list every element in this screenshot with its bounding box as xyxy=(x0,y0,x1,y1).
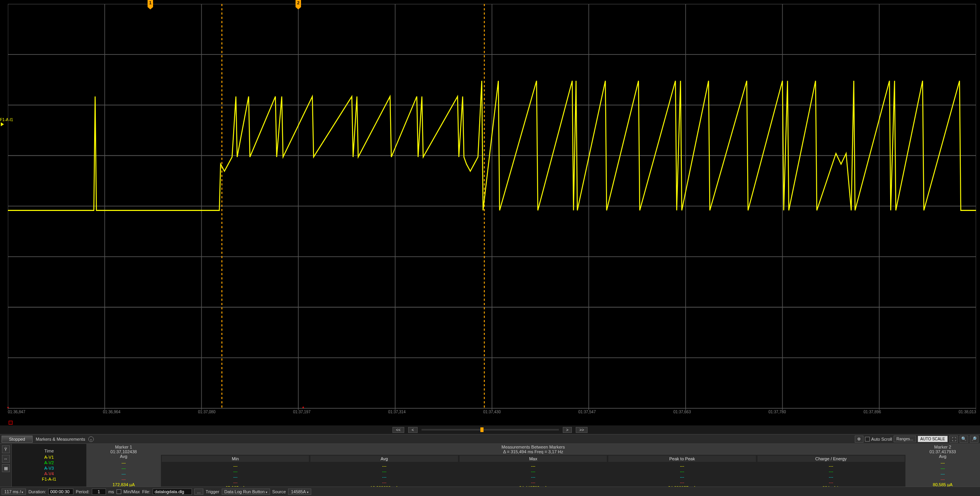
measure-value: --- xyxy=(310,463,458,469)
grid-tool-icon[interactable]: ▦ xyxy=(2,464,10,472)
measure-value: --- xyxy=(757,480,905,485)
target-icon[interactable]: ⊕ xyxy=(855,436,863,443)
marker-tools: Ŷ ↔ ▦ xyxy=(0,444,12,487)
zoom-in-icon[interactable]: 🔍 xyxy=(960,436,968,443)
between-col-ptp: Peak to Peak------------24,380857 mA xyxy=(608,455,756,492)
marker-2-flag[interactable]: 2 xyxy=(296,0,301,7)
period-input[interactable] xyxy=(92,489,106,495)
zoom-region-icon[interactable]: ⛶ xyxy=(949,436,958,443)
file-browse-button[interactable]: ... xyxy=(194,489,203,495)
marker-tool-icon[interactable]: Ŷ xyxy=(2,445,10,453)
measure-value: --- xyxy=(460,469,607,474)
between-col-header: Min xyxy=(162,456,309,462)
channel-name: A-V3 xyxy=(12,466,86,471)
m1-value: --- xyxy=(87,477,160,482)
time-header: Time xyxy=(12,449,86,453)
collapse-toggle-icon[interactable]: ⌄ xyxy=(88,436,94,442)
duration-value[interactable]: 000:00:30 xyxy=(48,489,73,495)
m2-value: --- xyxy=(906,466,979,471)
between-header: Measurements Between Markers xyxy=(162,445,905,449)
measurements-panel: Ŷ ↔ ▦ Time A-V1A-V2A-V3A-V4F1-A-I1 Marke… xyxy=(0,443,980,487)
file-name[interactable]: datalogdata.dlg xyxy=(153,489,192,495)
time-tick: 01:37,896 xyxy=(863,410,881,418)
measure-value: --- xyxy=(608,474,756,480)
measure-value: --- xyxy=(460,474,607,480)
time-div-select[interactable]: 117 ms / xyxy=(2,489,26,495)
measure-value: --- xyxy=(162,480,309,485)
file-label: File: xyxy=(142,489,150,494)
minmax-label: Min/Max xyxy=(124,489,140,494)
time-tick: 01:37,080 xyxy=(198,410,216,418)
marker2-sub: Avg xyxy=(906,454,979,459)
measure-value: --- xyxy=(310,469,458,474)
marker2-header: Marker 2 xyxy=(906,445,979,449)
ranges-button[interactable]: Ranges... xyxy=(894,436,916,442)
measure-value: --- xyxy=(757,469,905,474)
measure-value: --- xyxy=(310,480,458,485)
measure-value: --- xyxy=(162,463,309,469)
waveform-plot[interactable]: F1-A-I1 1 2 ▴ ▴ xyxy=(0,0,980,425)
measure-value: --- xyxy=(460,463,607,469)
channel-name: A-V4 xyxy=(12,471,86,477)
time-tick: 01:37,780 xyxy=(768,410,786,418)
channel-name: A-V2 xyxy=(12,460,86,466)
time-tick: 01:38,013 xyxy=(959,410,976,418)
measure-value: --- xyxy=(757,474,905,480)
trigger-label: Trigger xyxy=(206,489,219,494)
markers-measurements-label: Markers & Measurements xyxy=(36,437,85,441)
minmax-checkbox[interactable] xyxy=(117,489,121,494)
time-tick: 01:36,964 xyxy=(103,410,120,418)
measure-value: --- xyxy=(460,480,607,485)
measure-value: --- xyxy=(162,474,309,480)
between-col-header: Max xyxy=(460,456,607,462)
measure-value: --- xyxy=(162,469,309,474)
nav-next-button[interactable]: > xyxy=(563,427,572,433)
marker1-sub: Avg xyxy=(87,454,160,459)
marker1-header: Marker 1 xyxy=(87,445,160,449)
auto-scale-button[interactable]: AUTO SCALE xyxy=(918,436,948,442)
nav-slider-thumb[interactable] xyxy=(480,427,484,432)
between-col-header: Peak to Peak xyxy=(608,456,756,462)
status-bar: Stopped Markers & Measurements ⌄ ⊕ Auto … xyxy=(0,434,980,443)
trigger-select[interactable]: Data Log Run Button xyxy=(222,489,270,495)
period-label: Period: xyxy=(76,489,89,494)
move-tool-icon[interactable]: ↔ xyxy=(2,455,10,463)
run-stop-button[interactable]: Stopped xyxy=(2,436,33,443)
m1-value: --- xyxy=(87,471,160,477)
marker-1-flag[interactable]: 1 xyxy=(148,0,153,7)
time-column: Time A-V1A-V2A-V3A-V4F1-A-I1 xyxy=(12,444,86,487)
nav-slider[interactable] xyxy=(422,429,559,431)
nav-last-button[interactable]: >> xyxy=(576,427,588,433)
time-tick: 01:37,663 xyxy=(673,410,691,418)
between-col-max: Max------------24,446782 mA xyxy=(459,455,608,492)
measure-value: --- xyxy=(310,474,458,480)
time-axis: 01:36,847 01:36,964 01:37,080 01:37,197 … xyxy=(8,410,976,418)
channel-marker-icon xyxy=(1,122,4,126)
marker2-time: 01:37,417933 xyxy=(906,449,979,454)
between-col-header: Avg xyxy=(310,456,458,462)
m1-value: --- xyxy=(87,460,160,466)
channel-name: A-V1 xyxy=(12,455,86,460)
nav-prev-button[interactable]: < xyxy=(408,427,418,433)
between-markers-section: Measurements Between Markers Δ = 315,494… xyxy=(161,444,905,487)
nav-first-button[interactable]: << xyxy=(392,427,404,433)
m2-value: --- xyxy=(906,471,979,477)
period-unit: ms xyxy=(108,489,114,494)
source-select[interactable]: 14585A xyxy=(288,489,311,495)
duration-label: Duration: xyxy=(28,489,46,494)
plot-svg xyxy=(8,4,976,410)
zoom-out-icon[interactable]: 🔎 xyxy=(970,436,978,443)
m2-value: --- xyxy=(906,477,979,482)
record-indicator-icon xyxy=(9,421,13,425)
navigation-bar: << < > >> xyxy=(0,425,980,434)
time-tick: 01:37,547 xyxy=(579,410,596,418)
auto-scroll-checkbox[interactable] xyxy=(865,437,870,441)
auto-scroll-label: Auto Scroll xyxy=(871,437,892,441)
measure-value: --- xyxy=(608,480,756,485)
between-col-avg: Avg------------10,089898 mA xyxy=(310,455,458,492)
between-col-min: Min------------65,925 µA xyxy=(161,455,310,492)
channel-name: F1-A-I1 xyxy=(12,477,86,482)
between-col-ce: Charge / Energy------------884 nA h xyxy=(757,455,905,492)
between-delta: Δ = 315,494 ms Freq = 3,17 Hz xyxy=(162,449,905,454)
marker2-column: Marker 2 01:37,417933 Avg ------------80… xyxy=(905,444,980,487)
